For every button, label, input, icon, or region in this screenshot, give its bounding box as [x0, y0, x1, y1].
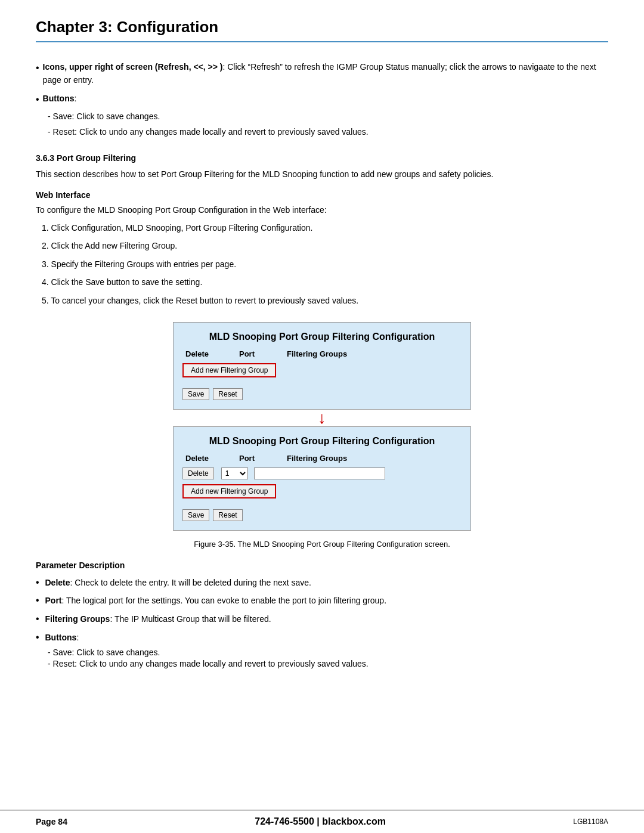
arrow-down-icon: ↓ [318, 410, 326, 426]
bullet-dot: • [36, 60, 39, 87]
add-btn-first-wrapper: Add new Filtering Group [182, 363, 462, 383]
step-2: 2. Click the Add new Filtering Group. [42, 239, 608, 252]
ui-first-col-delete: Delete [185, 349, 221, 358]
delete-param-text: : Check to delete the entry. It will be … [70, 578, 311, 587]
step-1: 1. Click Configuration, MLD Snooping, Po… [42, 221, 608, 234]
step-3: 3. Specify the Filtering Groups with ent… [42, 258, 608, 271]
filtering-param: • Filtering Groups: The IP Multicast Gro… [36, 611, 608, 627]
filtering-param-label: Filtering Groups [45, 614, 110, 624]
ui-second-title: MLD Snooping Port Group Filtering Config… [182, 436, 462, 447]
reset-sub-intro: - Reset: Click to undo any changes made … [48, 125, 608, 138]
step-5: 5. To cancel your changes, click the Res… [42, 294, 608, 307]
buttons-param: • Buttons: [36, 630, 608, 645]
intro-buttons-bullet: • Buttons: - Save: Click to save changes… [36, 92, 608, 138]
ui-first-title: MLD Snooping Port Group Filtering Config… [182, 332, 462, 342]
save-sub-intro: - Save: Click to save changes. [48, 110, 608, 123]
ui-first-table-header: Delete Port Filtering Groups [182, 349, 462, 358]
ui-second-table-header: Delete Port Filtering Groups [182, 454, 462, 463]
footer-page: Page 84 [36, 817, 67, 826]
ui-second-col-port: Port [239, 454, 269, 463]
chapter-title: Chapter 3: Configuration [36, 18, 218, 36]
delete-param: • Delete: Check to delete the entry. It … [36, 575, 608, 590]
buttons-param-label: Buttons [45, 633, 77, 642]
footer-center: 724-746-5500 | blackbox.com [255, 816, 386, 827]
ui-second-col-filtering: Filtering Groups [287, 454, 347, 463]
save-sub-param: - Save: Click to save changes. [48, 648, 608, 657]
add-new-filtering-group-btn-first[interactable]: Add new Filtering Group [182, 363, 276, 377]
ui-data-row: Delete 1 [182, 467, 462, 479]
icons-text: Icons, upper right of screen (Refresh, <… [43, 60, 608, 87]
param-desc-heading: Parameter Description [36, 561, 608, 570]
reset-btn-first[interactable]: Reset [213, 388, 242, 400]
steps-list: 1. Click Configuration, MLD Snooping, Po… [42, 221, 608, 307]
section-363-heading: 3.6.3 Port Group Filtering [36, 153, 608, 163]
step-4: 4. Click the Save button to save the set… [42, 275, 608, 289]
figure-caption: Figure 3-35. The MLD Snooping Port Group… [36, 540, 608, 549]
ui-first-col-port: Port [239, 349, 269, 358]
filtering-groups-input[interactable] [254, 467, 385, 479]
save-btn-second[interactable]: Save [182, 509, 209, 521]
bullet-dot-2: • [36, 92, 39, 107]
port-select[interactable]: 1 [221, 467, 248, 479]
delete-param-label: Delete [45, 578, 70, 587]
intro-icons-bullet: • Icons, upper right of screen (Refresh,… [36, 60, 608, 87]
filtering-param-text: : The IP Multicast Group that will be fi… [110, 614, 271, 624]
web-interface-body: To configure the MLD Snooping Port Group… [36, 203, 608, 216]
port-param: • Port: The logical port for the setting… [36, 593, 608, 608]
ui-box-second: MLD Snooping Port Group Filtering Config… [173, 426, 471, 531]
buttons-label-intro: Buttons: [43, 92, 77, 107]
footer-right: LGB1108A [573, 817, 608, 826]
port-param-label: Port [45, 596, 62, 605]
ui-second-col-delete: Delete [185, 454, 221, 463]
add-new-filtering-group-btn-second[interactable]: Add new Filtering Group [182, 484, 276, 498]
ui-first-col-filtering: Filtering Groups [287, 349, 347, 358]
delete-btn-second[interactable]: Delete [182, 467, 214, 479]
chapter-header: Chapter 3: Configuration [36, 18, 608, 42]
icons-label: Icons, upper right of screen (Refresh, <… [43, 62, 223, 72]
screenshot-container: MLD Snooping Port Group Filtering Config… [36, 322, 608, 531]
ui-box-first: MLD Snooping Port Group Filtering Config… [173, 322, 471, 410]
reset-sub-param: - Reset: Click to undo any changes made … [48, 659, 608, 668]
add-btn-second-wrapper: Add new Filtering Group [182, 484, 462, 504]
port-param-text: : The logical port for the settings. You… [62, 596, 387, 605]
buttons-param-colon: : [76, 633, 79, 642]
ui-second-btn-row: Save Reset [182, 509, 462, 521]
web-interface-heading: Web Interface [36, 190, 608, 200]
reset-btn-second[interactable]: Reset [213, 509, 242, 521]
section-363-body: This section describes how to set Port G… [36, 168, 608, 181]
save-btn-first[interactable]: Save [182, 388, 209, 400]
page-footer: Page 84 724-746-5500 | blackbox.com LGB1… [0, 810, 644, 833]
ui-first-btn-row: Save Reset [182, 388, 462, 400]
